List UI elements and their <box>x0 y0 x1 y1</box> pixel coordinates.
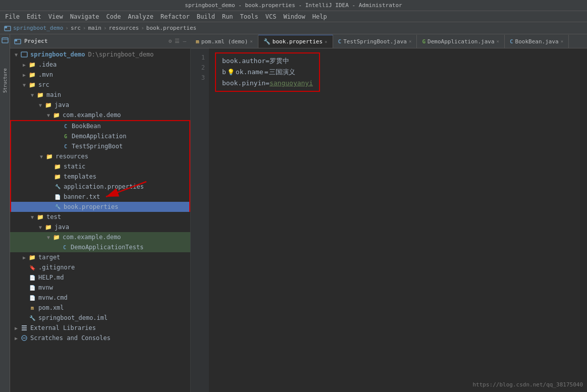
iml-icon: 🔧 <box>28 314 36 322</box>
static-label: static <box>64 163 85 170</box>
test-icon: C <box>61 243 69 251</box>
tree-src[interactable]: ▼ 📁 src <box>10 80 190 90</box>
mvnw-icon: 📄 <box>28 284 36 292</box>
java-label: java <box>55 101 69 108</box>
file-tree: ▼ springboot_demo D:\springboot_demo ▶ 📁… <box>10 48 190 392</box>
tree-demo-tests[interactable]: ▶ C DemoApplicationTests <box>10 242 190 252</box>
tree-templates[interactable]: ▶ 📁 templates <box>11 172 189 182</box>
breadcrumb-file[interactable]: book.properties <box>146 25 196 31</box>
tab-book-properties[interactable]: 🔧 book.properties × <box>258 35 333 48</box>
folder-src-icon: 📁 <box>28 81 36 89</box>
menu-code[interactable]: Code <box>103 12 124 21</box>
tree-mvn[interactable]: ▶ 📁 .mvn <box>10 70 190 80</box>
tree-static[interactable]: ▶ 📁 static <box>11 161 189 172</box>
project-icon <box>4 25 11 32</box>
tree-app-properties[interactable]: ▶ 🔧 application.properties <box>11 182 189 192</box>
demoapplication-tab-label: DemoApplication.java <box>428 38 494 45</box>
tab-testspringboot[interactable]: C TestSpringBoot.java × <box>333 35 417 48</box>
breadcrumb-project[interactable]: springboot_demo <box>13 25 63 31</box>
testspringboot-tab-close[interactable]: × <box>409 39 411 44</box>
menu-tools[interactable]: Tools <box>237 12 261 21</box>
ext-libs-icon <box>20 324 28 332</box>
tree-root[interactable]: ▼ springboot_demo D:\springboot_demo <box>10 49 190 60</box>
svg-rect-5 <box>15 39 17 41</box>
structure-side-icon[interactable]: Structure <box>1 77 9 85</box>
menu-navigate[interactable]: Navigate <box>67 12 102 21</box>
tree-demoapplication[interactable]: ▶ G DemoApplication <box>11 131 189 141</box>
editor-area: m pom.xml (demo) × 🔧 book.properties × C… <box>191 34 587 392</box>
breadcrumb: springboot_demo › src › main › resources… <box>0 22 587 34</box>
test-label: test <box>46 213 61 220</box>
tree-pom[interactable]: ▶ m pom.xml <box>10 303 190 313</box>
xml-icon: m <box>28 304 36 312</box>
menu-view[interactable]: View <box>45 12 66 21</box>
properties-icon: 🔧 <box>54 183 62 191</box>
bookbean-tab-close[interactable]: × <box>561 39 563 44</box>
menu-window[interactable]: Window <box>280 12 308 21</box>
tree-banner[interactable]: ▶ 📄 banner.txt <box>11 192 189 202</box>
menu-help[interactable]: Help <box>309 12 330 21</box>
pom-tab-close[interactable]: × <box>250 39 252 44</box>
tree-scratches[interactable]: ▶ Scratches and Consoles <box>10 333 190 343</box>
breadcrumb-src[interactable]: src <box>71 25 81 31</box>
panel-gear-icon[interactable]: ☰ <box>175 38 180 44</box>
menu-edit[interactable]: Edit <box>24 12 44 21</box>
breadcrumb-main[interactable]: main <box>88 25 101 31</box>
menu-analyze[interactable]: Analyze <box>125 12 156 21</box>
tree-com-example[interactable]: ▼ 📁 com.example.demo <box>10 110 190 120</box>
tree-help[interactable]: ▶ 📄 HELP.md <box>10 272 190 283</box>
demo-tests-label: DemoApplicationTests <box>71 244 144 251</box>
panel-collapse-icon[interactable]: — <box>183 38 186 44</box>
tree-test[interactable]: ▼ 📁 test <box>10 212 190 222</box>
tree-target[interactable]: ▶ 📁 target <box>10 252 190 262</box>
svg-rect-9 <box>22 329 27 330</box>
demoapplication-tab-close[interactable]: × <box>497 39 499 44</box>
tree-test-java[interactable]: ▼ 📁 java <box>10 222 190 232</box>
tree-ext-libs[interactable]: ▶ External Libraries <box>10 323 190 333</box>
tree-test-com[interactable]: ▼ 📁 com.example.demo <box>10 232 190 242</box>
panel-title: Project <box>24 38 166 44</box>
svg-rect-2 <box>2 38 8 43</box>
txt-icon: 📄 <box>54 193 62 201</box>
panel-settings-icon[interactable]: ⚙ <box>169 38 172 44</box>
tree-iml[interactable]: ▶ 🔧 springboot_demo.iml <box>10 313 190 323</box>
tree-testspringboot[interactable]: ▶ C TestSpringBoot <box>11 141 189 151</box>
project-panel: Project ⚙ ☰ — ▼ springboot_demo D:\sprin… <box>10 34 191 392</box>
menu-vcs[interactable]: VCS <box>262 12 280 21</box>
breadcrumb-resources[interactable]: resources <box>109 25 139 31</box>
folder-com-icon: 📁 <box>52 111 61 119</box>
code-area[interactable]: book.author=罗贯中 b 💡 ok.name=三国演义 book.pi… <box>209 48 587 392</box>
folder-mvn-icon: 📁 <box>28 71 36 79</box>
bookbean-tab-icon: C <box>510 38 513 45</box>
menu-refactor[interactable]: Refactor <box>157 12 193 21</box>
tree-mvnw[interactable]: ▶ 📄 mvnw <box>10 283 190 293</box>
tree-java[interactable]: ▼ 📁 java <box>10 100 190 110</box>
tree-resources[interactable]: ▼ 📁 resources <box>11 151 189 161</box>
module-icon <box>20 50 28 59</box>
tree-gitignore[interactable]: ▶ 🔖 .gitignore <box>10 262 190 272</box>
root-label: springboot_demo <box>30 51 85 58</box>
book-tab-close[interactable]: × <box>325 39 327 44</box>
tree-book-properties[interactable]: ▶ 🔧 book.properties <box>11 202 189 212</box>
scratch-icon <box>20 334 28 342</box>
banner-label: banner.txt <box>64 193 100 200</box>
root-path: D:\springboot_demo <box>88 51 153 58</box>
menu-run[interactable]: Run <box>219 12 236 21</box>
tree-mvnw-cmd[interactable]: ▶ 📄 mvnw.cmd <box>10 293 190 303</box>
folder-icon: 📁 <box>28 61 36 69</box>
gitignore-label: .gitignore <box>38 264 75 271</box>
scratches-label: Scratches and Consoles <box>30 334 111 342</box>
mvnw-cmd-label: mvnw.cmd <box>38 294 68 301</box>
lightbulb-icon: 💡 <box>227 67 235 78</box>
tab-bookbean[interactable]: C BookBean.java × <box>505 35 569 48</box>
folder-templates-icon: 📁 <box>54 173 62 181</box>
svg-rect-7 <box>22 325 27 326</box>
tree-bookbean[interactable]: ▶ C BookBean <box>11 121 189 131</box>
tree-main[interactable]: ▼ 📁 main <box>10 90 190 100</box>
tree-idea[interactable]: ▶ 📁 .idea <box>10 60 190 70</box>
tab-pom-xml[interactable]: m pom.xml (demo) × <box>191 35 258 48</box>
menu-file[interactable]: File <box>2 12 23 21</box>
project-side-icon[interactable] <box>1 36 9 44</box>
menu-build[interactable]: Build <box>194 12 218 21</box>
tab-demoapplication[interactable]: G DemoApplication.java × <box>417 35 505 48</box>
